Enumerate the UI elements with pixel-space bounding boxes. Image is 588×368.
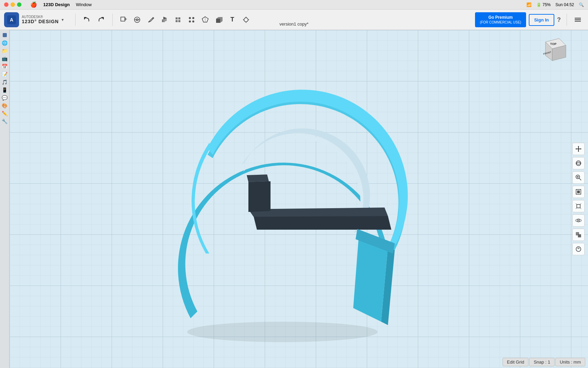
apple-menu[interactable]: 🍎 bbox=[30, 1, 37, 8]
svg-text:A: A bbox=[10, 17, 13, 22]
sketch-button[interactable] bbox=[145, 14, 157, 26]
perspective-button[interactable] bbox=[572, 200, 585, 212]
edit-grid-button[interactable]: Edit Grid bbox=[503, 358, 529, 366]
minimize-button[interactable] bbox=[11, 2, 15, 7]
pattern-button[interactable] bbox=[185, 14, 198, 26]
modify-button[interactable] bbox=[172, 14, 184, 26]
appearance-button[interactable] bbox=[572, 243, 585, 255]
construct-button[interactable] bbox=[158, 14, 170, 26]
svg-marker-44 bbox=[575, 148, 576, 150]
app-dropdown-arrow[interactable]: ▾ bbox=[62, 17, 64, 22]
premium-area: Go Premium (FOR COMMERCIAL USE) Sign In … bbox=[475, 10, 561, 30]
transform-button[interactable] bbox=[131, 14, 143, 26]
svg-rect-52 bbox=[577, 190, 580, 193]
sidebar-icon-8[interactable]: 📱 bbox=[1, 86, 9, 94]
fullscreen-button[interactable] bbox=[17, 2, 21, 7]
svg-rect-13 bbox=[176, 20, 178, 22]
help-button[interactable]: ? bbox=[557, 16, 561, 24]
undo-button[interactable] bbox=[80, 14, 93, 26]
text-icon: T bbox=[230, 16, 234, 23]
app-toolbar: version1 copy* A AUTODESK® 123D° DESIGN … bbox=[0, 10, 588, 30]
signin-button[interactable]: Sign In bbox=[529, 14, 554, 26]
svg-point-46 bbox=[576, 161, 581, 166]
sidebar-icon-3[interactable]: 📁 bbox=[1, 47, 9, 55]
svg-rect-14 bbox=[178, 20, 180, 22]
clock: Sun 04:52 bbox=[555, 2, 574, 7]
brand-label: AUTODESK® bbox=[22, 15, 59, 19]
zoom-button[interactable] bbox=[572, 171, 585, 184]
left-sidebar: 🌐 📁 📺 📅 📝 🎵 📱 💬 🎨 ✏️ 🔧 bbox=[0, 30, 10, 368]
svg-rect-53 bbox=[577, 204, 580, 208]
svg-point-18 bbox=[192, 20, 194, 22]
svg-rect-12 bbox=[178, 17, 180, 19]
sidebar-icon-11[interactable]: ✏️ bbox=[1, 110, 9, 117]
toolbar-separator-3 bbox=[567, 14, 567, 26]
svg-rect-26 bbox=[575, 18, 581, 19]
status-bar: Edit Grid Snap : 1 Units : mm bbox=[500, 356, 588, 368]
app-name: AUTODESK® 123D° DESIGN bbox=[22, 15, 59, 24]
snap-button[interactable] bbox=[240, 14, 252, 26]
material-button[interactable] bbox=[199, 14, 211, 26]
sidebar-icon-10[interactable]: 🎨 bbox=[1, 102, 9, 109]
sidebar-icon-4[interactable]: 📺 bbox=[1, 55, 9, 62]
orbit-button[interactable] bbox=[572, 157, 585, 169]
toolbar-separator-2 bbox=[112, 14, 113, 26]
svg-line-54 bbox=[576, 203, 577, 204]
app-menu-item[interactable]: 123D Design bbox=[43, 2, 70, 7]
svg-point-17 bbox=[189, 20, 191, 22]
orthographic-button[interactable] bbox=[572, 229, 585, 241]
window-menu-item[interactable]: Window bbox=[76, 2, 92, 7]
premium-label: Go Premium bbox=[480, 15, 521, 20]
model-container bbox=[10, 30, 588, 368]
sidebar-icon-5[interactable]: 📅 bbox=[1, 63, 9, 70]
sidebar-icon-7[interactable]: 🎵 bbox=[1, 78, 9, 86]
close-button[interactable] bbox=[4, 2, 9, 7]
svg-point-33 bbox=[187, 322, 378, 342]
text-button[interactable]: T bbox=[226, 14, 239, 26]
svg-point-16 bbox=[192, 17, 194, 19]
search-icon[interactable]: 🔍 bbox=[579, 2, 584, 7]
svg-marker-45 bbox=[581, 148, 582, 150]
svg-rect-29 bbox=[3, 33, 7, 37]
main-area: 🌐 📁 📺 📅 📝 🎵 📱 💬 🎨 ✏️ 🔧 bbox=[0, 30, 588, 368]
viewport[interactable]: TOP FRONT bbox=[10, 30, 588, 368]
svg-point-21 bbox=[244, 18, 248, 22]
snap-control[interactable]: Snap : 1 bbox=[529, 358, 554, 366]
units-control[interactable]: Units : mm bbox=[555, 358, 585, 366]
traffic-lights bbox=[4, 2, 21, 7]
svg-point-15 bbox=[189, 17, 191, 19]
svg-line-7 bbox=[152, 18, 153, 19]
sidebar-icon-9[interactable]: 💬 bbox=[1, 94, 9, 102]
mac-menubar: 🍎 123D Design Window 📶 🔋 75% Sun 04:52 🔍 bbox=[0, 0, 588, 10]
new-tool-button[interactable] bbox=[117, 14, 130, 26]
app-logo-area: A AUTODESK® 123D° DESIGN ▾ bbox=[4, 12, 66, 27]
menubar-right: 📶 🔋 75% Sun 04:52 🔍 bbox=[526, 2, 584, 7]
svg-text:TOP: TOP bbox=[550, 42, 556, 46]
svg-line-57 bbox=[580, 208, 581, 209]
3d-model bbox=[157, 87, 415, 342]
svg-rect-27 bbox=[575, 19, 581, 20]
svg-marker-43 bbox=[578, 151, 579, 152]
fit-button[interactable] bbox=[572, 186, 585, 198]
pan-button[interactable] bbox=[572, 143, 585, 155]
solid-button[interactable] bbox=[213, 14, 225, 26]
view-options-button[interactable] bbox=[572, 214, 585, 227]
svg-line-56 bbox=[576, 208, 577, 209]
sidebar-icon-2[interactable]: 🌐 bbox=[1, 39, 9, 47]
app-logo: A bbox=[4, 12, 19, 27]
view-cube[interactable]: TOP FRONT bbox=[539, 37, 568, 66]
sidebar-icon-12[interactable]: 🔧 bbox=[1, 118, 9, 125]
right-toolbar bbox=[572, 143, 585, 255]
svg-point-64 bbox=[578, 248, 579, 249]
svg-rect-11 bbox=[176, 17, 178, 19]
premium-sublabel: (FOR COMMERCIAL USE) bbox=[480, 20, 521, 25]
layers-button[interactable] bbox=[572, 14, 584, 26]
svg-line-55 bbox=[580, 203, 581, 204]
svg-rect-28 bbox=[575, 21, 581, 22]
svg-line-48 bbox=[579, 178, 581, 180]
sidebar-icon-6[interactable]: 📝 bbox=[1, 71, 9, 78]
svg-rect-19 bbox=[216, 19, 220, 23]
sidebar-icon-1[interactable] bbox=[1, 31, 9, 39]
premium-button[interactable]: Go Premium (FOR COMMERCIAL USE) bbox=[475, 12, 526, 28]
redo-button[interactable] bbox=[95, 14, 108, 26]
